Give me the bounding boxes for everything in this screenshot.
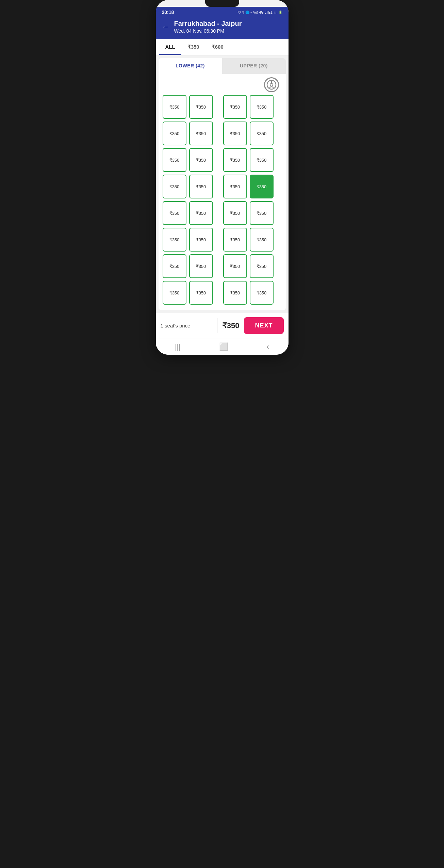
seat-price-info: 1 seat's price (161, 323, 212, 328)
left-seat-5-0[interactable]: ₹350 (163, 228, 186, 252)
filter-tabs: ALL ₹350 ₹600 (156, 39, 289, 55)
left-seat-3-0[interactable]: ₹350 (163, 175, 186, 198)
right-seat-5-1[interactable]: ₹350 (250, 228, 274, 252)
left-seat-3-1[interactable]: ₹350 (189, 175, 213, 198)
right-seat-row: ₹350₹350 (223, 175, 274, 198)
left-seat-7-0[interactable]: ₹350 (163, 281, 186, 305)
next-button[interactable]: NEXT (244, 317, 283, 334)
left-seat-row: ₹350₹350 (163, 148, 213, 172)
battery-icon: 🔋 (278, 11, 282, 14)
left-seat-7-1[interactable]: ₹350 (189, 281, 213, 305)
left-seat-6-1[interactable]: ₹350 (189, 254, 213, 278)
right-seat-5-0[interactable]: ₹350 (223, 228, 247, 252)
left-seat-row: ₹350₹350 (163, 95, 213, 119)
nav-home-icon[interactable]: ⬜ (219, 342, 228, 351)
svg-line-3 (269, 86, 272, 89)
bus-layout: ₹350₹350₹350₹350₹350₹350₹350₹350₹350₹350… (159, 74, 286, 310)
left-seat-group: ₹350₹350₹350₹350₹350₹350₹350₹350₹350₹350… (163, 95, 213, 305)
right-seat-0-1[interactable]: ₹350 (250, 95, 274, 119)
steering-icon (264, 77, 279, 92)
nav-bar: ||| ⬜ ‹ (156, 338, 289, 355)
bottom-bar: 1 seat's price ₹350 NEXT (156, 313, 289, 338)
right-seat-4-0[interactable]: ₹350 (223, 201, 247, 225)
notch (205, 0, 239, 7)
steering-row (163, 77, 282, 92)
right-seat-row: ₹350₹350 (223, 148, 274, 172)
right-seat-3-0[interactable]: ₹350 (223, 175, 247, 198)
signal-info: Vo) 4G LTE1 ↑↓ (253, 11, 277, 14)
seat-section: LOWER (42) UPPER (20) (159, 58, 286, 310)
left-seat-row: ₹350₹350 (163, 175, 213, 198)
svg-point-1 (270, 83, 273, 86)
right-seat-2-1[interactable]: ₹350 (250, 148, 274, 172)
right-seat-6-0[interactable]: ₹350 (223, 254, 247, 278)
filter-tab-all[interactable]: ALL (159, 39, 181, 55)
right-seat-6-1[interactable]: ₹350 (250, 254, 274, 278)
left-seat-row: ₹350₹350 (163, 201, 213, 225)
header-text: Farrukhabad - Jaipur Wed, 04 Nov, 06:30 … (174, 20, 242, 34)
status-icons: 🛡 \⃝ 🌐 • Vo) 4G LTE1 ↑↓ 🔋 (238, 11, 282, 14)
phone-frame: 20:18 🛡 \⃝ 🌐 • Vo) 4G LTE1 ↑↓ 🔋 ← Farruk… (156, 0, 289, 355)
left-seat-row: ₹350₹350 (163, 122, 213, 145)
seat-price-label: 1 seat's price (161, 323, 212, 328)
seat-price-value: ₹350 (222, 321, 240, 330)
left-seat-1-0[interactable]: ₹350 (163, 122, 186, 145)
right-seat-4-1[interactable]: ₹350 (250, 201, 274, 225)
back-button[interactable]: ← (162, 23, 169, 31)
route-title: Farrukhabad - Jaipur (174, 20, 242, 28)
right-seat-0-0[interactable]: ₹350 (223, 95, 247, 119)
left-seat-4-1[interactable]: ₹350 (189, 201, 213, 225)
right-seat-group: ₹350₹350₹350₹350₹350₹350₹350₹350₹350₹350… (223, 95, 274, 305)
nav-back-icon[interactable]: ‹ (267, 342, 269, 351)
header: ← Farrukhabad - Jaipur Wed, 04 Nov, 06:3… (156, 16, 289, 39)
price-divider (217, 318, 217, 333)
right-seat-1-0[interactable]: ₹350 (223, 122, 247, 145)
right-seat-1-1[interactable]: ₹350 (250, 122, 274, 145)
left-seat-4-0[interactable]: ₹350 (163, 201, 186, 225)
left-seat-row: ₹350₹350 (163, 281, 213, 305)
svg-line-4 (272, 86, 274, 89)
left-seat-0-0[interactable]: ₹350 (163, 95, 186, 119)
right-seat-row: ₹350₹350 (223, 95, 274, 119)
right-seat-3-1[interactable]: ₹350 (250, 175, 274, 198)
left-seat-5-1[interactable]: ₹350 (189, 228, 213, 252)
nav-menu-icon[interactable]: ||| (175, 342, 181, 351)
status-bar: 20:18 🛡 \⃝ 🌐 • Vo) 4G LTE1 ↑↓ 🔋 (156, 7, 289, 16)
left-seat-2-1[interactable]: ₹350 (189, 148, 213, 172)
right-seat-row: ₹350₹350 (223, 201, 274, 225)
right-seat-row: ₹350₹350 (223, 254, 274, 278)
left-seat-row: ₹350₹350 (163, 228, 213, 252)
right-seat-row: ₹350₹350 (223, 122, 274, 145)
left-seat-row: ₹350₹350 (163, 254, 213, 278)
right-seat-7-0[interactable]: ₹350 (223, 281, 247, 305)
status-time: 20:18 (162, 10, 174, 15)
seats-container: ₹350₹350₹350₹350₹350₹350₹350₹350₹350₹350… (163, 95, 282, 305)
left-seat-1-1[interactable]: ₹350 (189, 122, 213, 145)
right-seat-2-0[interactable]: ₹350 (223, 148, 247, 172)
filter-tab-350[interactable]: ₹350 (181, 39, 205, 55)
travel-date: Wed, 04 Nov, 06:30 PM (174, 28, 242, 34)
left-seat-0-1[interactable]: ₹350 (189, 95, 213, 119)
berth-tab-lower[interactable]: LOWER (42) (159, 58, 222, 74)
right-seat-row: ₹350₹350 (223, 228, 274, 252)
right-seat-row: ₹350₹350 (223, 281, 274, 305)
berth-tabs: LOWER (42) UPPER (20) (159, 58, 286, 74)
left-seat-6-0[interactable]: ₹350 (163, 254, 186, 278)
filter-tab-600[interactable]: ₹600 (205, 39, 230, 55)
network-icon: 🛡 \⃝ 🌐 • (238, 11, 251, 14)
berth-tab-upper[interactable]: UPPER (20) (222, 58, 286, 74)
left-seat-2-0[interactable]: ₹350 (163, 148, 186, 172)
right-seat-7-1[interactable]: ₹350 (250, 281, 274, 305)
